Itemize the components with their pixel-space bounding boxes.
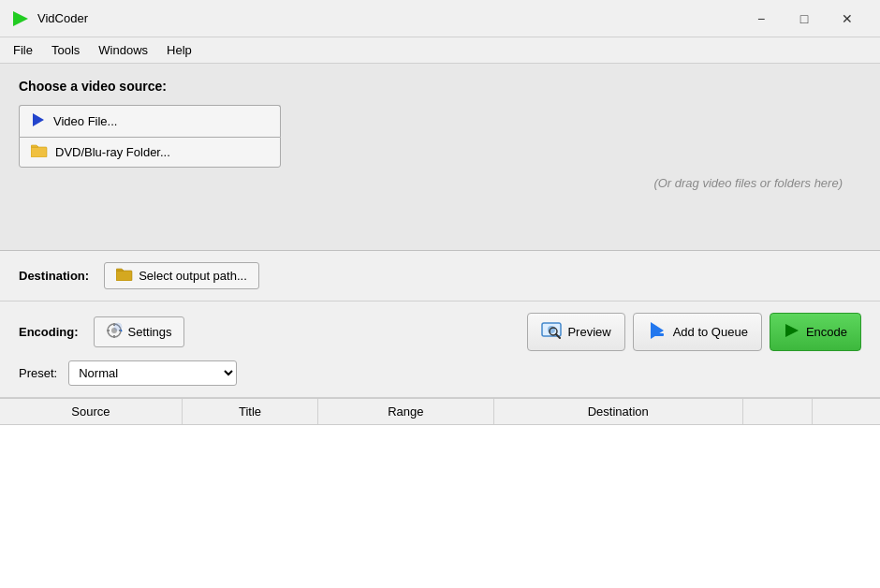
- select-output-label: Select output path...: [139, 269, 247, 283]
- col-destination: Destination: [493, 399, 742, 425]
- svg-point-10: [114, 323, 122, 331]
- svg-rect-7: [113, 335, 115, 338]
- menu-windows[interactable]: Windows: [89, 40, 157, 60]
- add-queue-icon: [647, 320, 667, 344]
- main-content: Choose a video source: Video File... DV: [0, 64, 880, 588]
- encoding-section: Encoding: Setti: [0, 301, 880, 398]
- preset-label: Preset:: [19, 366, 57, 380]
- preview-button[interactable]: Preview: [527, 313, 624, 351]
- menu-tools[interactable]: Tools: [42, 40, 89, 60]
- svg-marker-16: [651, 322, 664, 339]
- video-file-button[interactable]: Video File...: [19, 105, 281, 137]
- add-to-queue-button[interactable]: Add to Queue: [633, 313, 762, 351]
- col-action2: [812, 399, 880, 425]
- folder-output-icon: [116, 268, 133, 284]
- folder-icon: [31, 144, 48, 160]
- source-buttons: Video File... DVD/Blu-ray Folder...: [19, 105, 281, 168]
- svg-point-13: [548, 326, 555, 333]
- source-section: Choose a video source: Video File... DV: [0, 64, 880, 251]
- action-buttons: Preview Add to Queue: [527, 313, 861, 351]
- svg-line-11: [121, 330, 122, 331]
- col-action1: [742, 399, 812, 425]
- encoding-label: Encoding:: [19, 325, 79, 339]
- drag-hint: (Or drag video files or folders here): [653, 176, 843, 190]
- queue-section: Source Title Range Destination: [0, 398, 880, 588]
- svg-marker-1: [33, 113, 44, 126]
- window-controls: − □ ✕: [740, 5, 869, 33]
- svg-marker-0: [13, 11, 28, 26]
- svg-rect-3: [116, 271, 132, 281]
- queue-header-row: Source Title Range Destination: [0, 399, 880, 425]
- encode-icon: [784, 322, 800, 342]
- svg-rect-2: [31, 147, 47, 157]
- preview-label: Preview: [567, 325, 610, 339]
- maximize-button[interactable]: □: [783, 5, 826, 33]
- encoding-row: Encoding: Setti: [19, 313, 861, 351]
- minimize-button[interactable]: −: [740, 5, 783, 33]
- queue-table: Source Title Range Destination: [0, 399, 880, 425]
- play-icon: [31, 112, 46, 130]
- dvd-folder-label: DVD/Blu-ray Folder...: [55, 145, 170, 159]
- encode-button[interactable]: Encode: [770, 313, 861, 351]
- svg-marker-18: [785, 324, 799, 337]
- destination-section: Destination: Select output path...: [0, 251, 880, 301]
- settings-label: Settings: [128, 325, 172, 339]
- wrench-icon: [106, 322, 123, 342]
- dvd-folder-button[interactable]: DVD/Blu-ray Folder...: [19, 137, 281, 168]
- preset-select[interactable]: Normal High Quality Fast 1080p30 Fast 72…: [68, 360, 237, 386]
- encode-label: Encode: [806, 325, 847, 339]
- menu-help[interactable]: Help: [157, 40, 201, 60]
- preset-row: Preset: Normal High Quality Fast 1080p30…: [19, 360, 861, 386]
- preview-icon: [541, 322, 562, 342]
- video-file-label: Video File...: [53, 114, 117, 128]
- col-range: Range: [318, 399, 493, 425]
- col-title: Title: [182, 399, 317, 425]
- select-output-path-button[interactable]: Select output path...: [104, 262, 259, 289]
- menu-file[interactable]: File: [4, 40, 42, 60]
- menubar: File Tools Windows Help: [0, 37, 880, 64]
- source-heading: Choose a video source:: [19, 79, 861, 94]
- col-source: Source: [0, 399, 182, 425]
- destination-label: Destination:: [19, 269, 89, 283]
- titlebar: VidCoder − □ ✕: [0, 0, 880, 37]
- close-button[interactable]: ✕: [826, 5, 869, 33]
- svg-rect-8: [107, 330, 110, 331]
- add-queue-label: Add to Queue: [673, 325, 748, 339]
- svg-rect-17: [654, 333, 664, 336]
- settings-button[interactable]: Settings: [94, 316, 184, 347]
- app-title: VidCoder: [37, 11, 740, 25]
- app-logo: [11, 9, 30, 28]
